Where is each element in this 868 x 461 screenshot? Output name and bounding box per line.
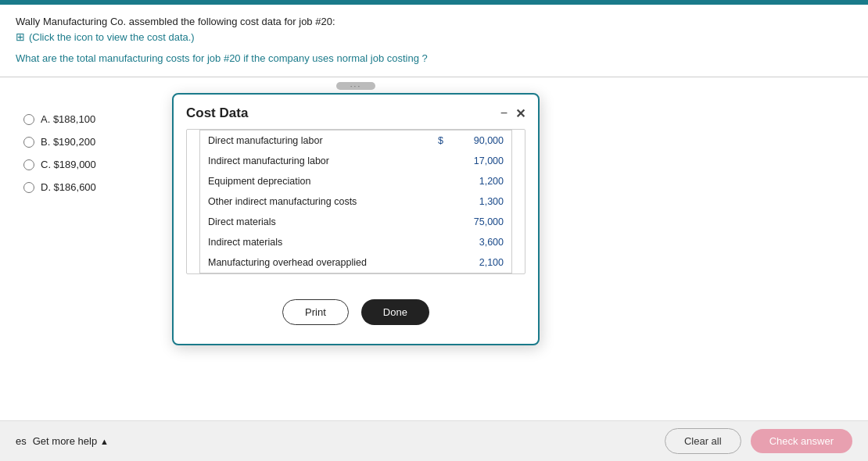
- radio-a[interactable]: [23, 114, 34, 125]
- icon-link[interactable]: ⊞ (Click the icon to view the cost data.…: [16, 30, 852, 43]
- intro-text: Wally Manufacturing Co. assembled the fo…: [16, 16, 852, 27]
- row-currency: [430, 171, 451, 191]
- arrow-up-icon: ▲: [100, 437, 109, 446]
- row-currency: [430, 252, 451, 273]
- main-content: Wally Manufacturing Co. assembled the fo…: [0, 5, 868, 204]
- choice-d-label: D. $186,600: [41, 181, 96, 193]
- choice-c-label: C. $189,000: [41, 159, 96, 170]
- row-currency: [430, 212, 451, 232]
- row-currency: [430, 151, 451, 171]
- table-row: Indirect manufacturing labor17,000: [200, 151, 512, 171]
- row-currency: [430, 191, 451, 212]
- choice-c[interactable]: C. $189,000: [23, 159, 172, 170]
- choices: A. $188,100 B. $190,200 C. $189,000 D. $…: [16, 90, 172, 204]
- choice-a-label: A. $188,100: [41, 113, 95, 125]
- table-row: Indirect materials3,600: [200, 232, 512, 252]
- question-highlight: normal job costing: [336, 52, 419, 64]
- row-description: Direct manufacturing labor: [200, 130, 431, 152]
- modal-table-wrapper: Direct manufacturing labor$90,000Indirec…: [174, 129, 538, 287]
- row-amount: 1,200: [451, 171, 511, 191]
- table-row: Other indirect manufacturing costs1,300: [200, 191, 512, 212]
- cost-data-modal: Cost Data − ✕ Direct manufacturing labor…: [172, 93, 540, 345]
- body-area: A. $188,100 B. $190,200 C. $189,000 D. $…: [16, 90, 852, 204]
- done-button[interactable]: Done: [361, 299, 429, 325]
- row-currency: $: [430, 130, 451, 152]
- get-more-help-button[interactable]: Get more help ▲: [33, 435, 109, 447]
- row-currency: [430, 232, 451, 252]
- bottom-right: Clear all Check answer: [665, 428, 852, 454]
- choice-b[interactable]: B. $190,200: [23, 136, 172, 148]
- modal-controls: − ✕: [500, 106, 525, 121]
- row-amount: 90,000: [451, 130, 511, 152]
- clear-all-button[interactable]: Clear all: [665, 428, 741, 454]
- radio-d[interactable]: [23, 182, 34, 193]
- choice-a[interactable]: A. $188,100: [23, 113, 172, 125]
- row-amount: 75,000: [451, 212, 511, 232]
- bottom-left: es Get more help ▲: [16, 435, 109, 447]
- row-description: Indirect manufacturing labor: [200, 151, 431, 171]
- row-description: Direct materials: [200, 212, 431, 232]
- radio-b[interactable]: [23, 137, 34, 148]
- divider: [0, 77, 868, 77]
- radio-c[interactable]: [23, 159, 34, 170]
- table-row: Direct materials75,000: [200, 212, 512, 232]
- check-answer-button[interactable]: Check answer: [751, 429, 852, 453]
- modal-header: Cost Data − ✕: [174, 95, 538, 129]
- modal-footer: Print Done: [174, 287, 538, 344]
- row-description: Indirect materials: [200, 232, 431, 252]
- row-amount: 2,100: [451, 252, 511, 273]
- edge-label: es: [16, 435, 27, 447]
- question-end: ?: [422, 52, 428, 64]
- minimize-button[interactable]: −: [500, 107, 508, 120]
- scroll-handle-inner: ···: [336, 82, 375, 90]
- print-button[interactable]: Print: [282, 299, 349, 325]
- grid-icon: ⊞: [16, 30, 25, 43]
- scroll-handle: ···: [172, 82, 540, 90]
- row-amount: 17,000: [451, 151, 511, 171]
- close-button[interactable]: ✕: [515, 106, 525, 121]
- table-border: Direct manufacturing labor$90,000Indirec…: [186, 129, 525, 274]
- row-amount: 1,300: [451, 191, 511, 212]
- choice-d[interactable]: D. $186,600: [23, 181, 172, 193]
- modal-title: Cost Data: [186, 105, 248, 121]
- get-more-help-label: Get more help: [33, 435, 97, 447]
- row-amount: 3,600: [451, 232, 511, 252]
- row-description: Equipment depreciation: [200, 171, 431, 191]
- table-row: Equipment depreciation1,200: [200, 171, 512, 191]
- table-row: Manufacturing overhead overapplied2,100: [200, 252, 512, 273]
- row-description: Other indirect manufacturing costs: [200, 191, 431, 212]
- cost-data-table: Direct manufacturing labor$90,000Indirec…: [199, 130, 512, 273]
- scroll-dots: ···: [350, 82, 361, 91]
- question-main: What are the total manufacturing costs f…: [16, 52, 334, 64]
- intro-main: Wally Manufacturing Co. assembled the fo…: [16, 16, 335, 27]
- icon-link-text: (Click the icon to view the cost data.): [29, 31, 195, 43]
- table-row: Direct manufacturing labor$90,000: [200, 130, 512, 152]
- bottom-bar: es Get more help ▲ Clear all Check answe…: [0, 420, 868, 461]
- question-text: What are the total manufacturing costs f…: [16, 52, 852, 64]
- row-description: Manufacturing overhead overapplied: [200, 252, 431, 273]
- modal-container: ··· Cost Data − ✕ Direct manufacturing: [172, 82, 540, 345]
- choice-b-label: B. $190,200: [41, 136, 95, 148]
